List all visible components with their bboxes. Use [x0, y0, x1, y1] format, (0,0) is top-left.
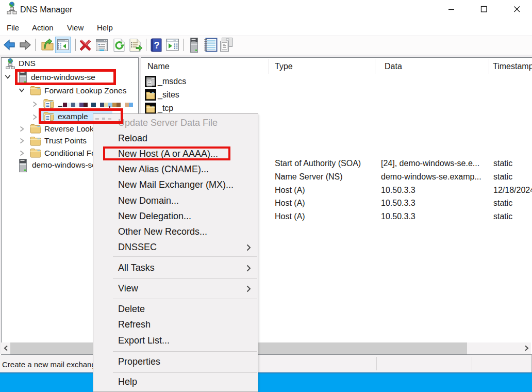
- svg-text:?: ?: [154, 40, 160, 51]
